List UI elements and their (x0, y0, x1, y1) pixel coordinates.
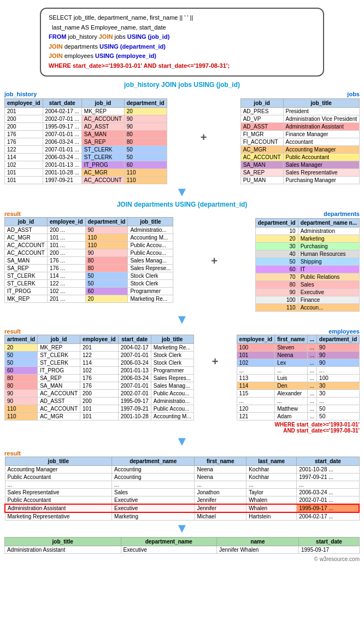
depts-cell: 20 (255, 235, 298, 242)
jh-table-wrapper: job_history employee_id start_date job_i… (4, 91, 167, 184)
r2-cell: 102 ... (47, 287, 85, 295)
r3-cell: 20 (5, 343, 38, 351)
r4-cell: Public Accountant (5, 473, 112, 481)
sql-jh: job_history (68, 33, 98, 40)
r4-cell: ... (112, 481, 195, 488)
jobs-cell: Public Accountant (283, 153, 359, 161)
r2-cell: AC_MGR (5, 233, 48, 241)
r3-cell: Stock Clerk (151, 359, 193, 366)
sql-depts: departments (64, 43, 99, 50)
r3-cell: 110 (5, 412, 38, 420)
jobs-cell: Sales Representative (283, 168, 359, 176)
depts-cell: 70 (255, 273, 298, 281)
emps-cell: Matthew (275, 405, 308, 412)
emps-col-dots: ... (307, 335, 316, 343)
r4-cell: Sales (112, 488, 195, 496)
jh-cell: SA_MAN (81, 130, 124, 138)
result4-row: Public AccountantAccountingNeenaKochhar1… (5, 473, 359, 481)
depts-label: departments (255, 211, 360, 217)
final-col-name: name (217, 537, 299, 546)
emps-cell: Steven (275, 343, 308, 351)
result4-table: job_title department_name first_name las… (4, 457, 360, 521)
emps-row: 121Adam...50 (237, 412, 359, 420)
emps-table-wrapper: employees employee_id first_name ... dep… (237, 328, 360, 434)
r4-cell: Jennifer (195, 496, 246, 504)
sql-using2: USING (department_id) (99, 43, 166, 50)
result3-row: 80SA_REP1762006-03-24Sales Repres... (5, 374, 194, 382)
r4-cell: Taylor (246, 488, 297, 496)
join2-label: JOIN departments USING (department_id) (4, 201, 360, 208)
jh-col-did: department_id (124, 98, 167, 107)
r3-col-jt: job_title (151, 335, 193, 343)
depts-row: 10Administration (255, 227, 359, 235)
emps-cell: 120 (237, 405, 275, 412)
jh-cell: 20 (124, 107, 167, 115)
depts-cell: 10 (255, 227, 298, 235)
result2-row: AC_ACCOUNT200 ...90Public Accou... (5, 249, 173, 256)
emps-cell: ... (275, 397, 308, 405)
result3-row: 80SA_MAN1762007-01-01Sales Manag... (5, 382, 194, 389)
depts-cell: IT (298, 265, 359, 273)
emps-cell: ... (237, 366, 275, 374)
jobs-cell: AD_VP (240, 115, 283, 122)
r2-cell: Public Accou... (128, 249, 173, 256)
jobs-cell: PU_MAN (240, 176, 283, 184)
r2-cell: 110 (85, 241, 128, 249)
r3-cell: AD_ASST (38, 397, 80, 405)
emps-cell: ... (317, 366, 360, 374)
r4-cell: 2002-07-01 ... (297, 496, 359, 504)
depts-cell: 110 (255, 303, 298, 311)
sql-emps: employees (64, 52, 95, 59)
jh-cell: 2006-03-24 ... (43, 138, 81, 145)
r2-cell: Sales Represe... (128, 264, 173, 272)
jobs-row: SA_REPSales Representative (240, 168, 359, 176)
r4-cell: ... (5, 481, 112, 488)
r3-cell: Stock Clerk (151, 351, 193, 359)
jobs-cell: Finance Manager (283, 130, 359, 138)
arrow-down-4: ▼ (4, 522, 360, 535)
jh-cell: SA_REP (81, 138, 124, 145)
depts-row: 60IT (255, 265, 359, 273)
r2-col-jid: job_id (5, 217, 48, 226)
r3-cell: 2006-03-24 (118, 374, 151, 382)
jobs-cell: FI_ACCOUNT (240, 138, 283, 145)
final-section: job_title department_name name start_dat… (4, 537, 360, 554)
emps-cell: Den (275, 382, 308, 389)
r2-cell: 50 (85, 272, 128, 279)
jh-cell: ST_CLERK (81, 145, 124, 153)
depts-cell: 60 (255, 265, 298, 273)
jh-cell: AC_ACCOUNT (81, 115, 124, 122)
r2-cell: Stock Clerk (128, 272, 173, 279)
r2-cell: 122 ... (47, 279, 85, 287)
emps-cell: 90 (317, 359, 360, 366)
emps-cell: ... (307, 412, 316, 420)
jobs-row: AC_ACCOUNTPublic Accountant (240, 153, 359, 161)
depts-row: 80Sales (255, 281, 359, 288)
depts-row: 100Finance (255, 296, 359, 303)
jobs-cell: Administration Assistant (283, 122, 359, 130)
r3-cell: 2007-01-01 (118, 351, 151, 359)
jh-cell: 2002-07-01 ... (43, 115, 81, 122)
page-container: SELECT job_title, department_name, first… (0, 0, 364, 566)
r4-cell: Accounting (112, 465, 195, 473)
r3-cell: ST_CLERK (38, 351, 80, 359)
r4-cell: 2001-10-28 ... (297, 465, 359, 473)
jh-row: 1142006-03-24 ...ST_CLERK50 (5, 153, 167, 161)
r4-col-jt: job_title (5, 457, 112, 465)
r4-cell: Marketing (112, 512, 195, 521)
jh-cell: 200 (5, 122, 43, 130)
r2-cell: 60 (85, 287, 128, 295)
jh-cell: MK_REP (81, 107, 124, 115)
emps-row: 100Steven...90 (237, 343, 359, 351)
depts-row: 30Purchasing (255, 242, 359, 250)
result3-row: 50ST_CLERK1222007-01-01Stock Clerk (5, 351, 194, 359)
r2-cell: 200 ... (47, 226, 85, 233)
r4-cell: Michael (195, 512, 246, 521)
jh-cell: 114 (5, 153, 43, 161)
emps-col-eid: employee_id (237, 335, 275, 343)
r4-col-ln: last_name (246, 457, 297, 465)
r3-cell: SA_MAN (38, 382, 80, 389)
jobs-cell: SA_MAN (240, 161, 283, 168)
depts-cell: Public Relations (298, 273, 359, 281)
depts-cell: Purchasing (298, 242, 359, 250)
